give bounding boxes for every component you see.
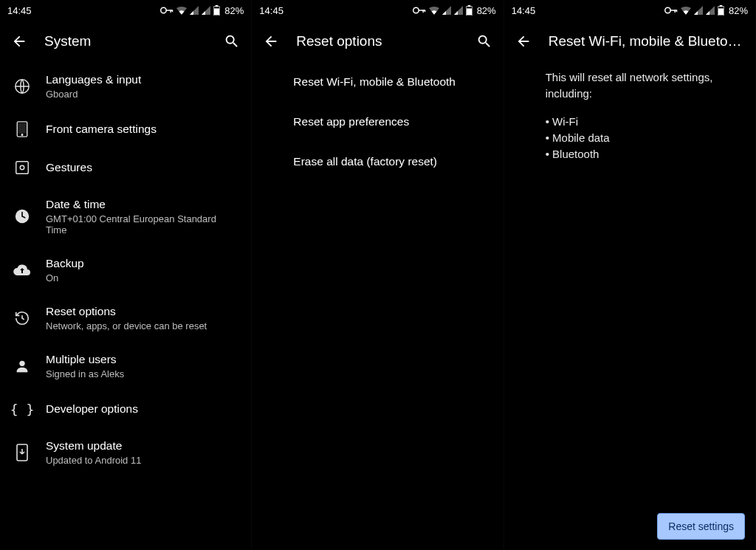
signal-1-icon: [442, 6, 451, 15]
row-title: Developer options: [46, 402, 238, 416]
search-icon[interactable]: [475, 32, 493, 50]
battery-icon: [466, 5, 472, 16]
page-title: Reset options: [296, 33, 458, 49]
search-icon[interactable]: [223, 32, 241, 50]
svg-rect-22: [467, 8, 472, 15]
svg-rect-3: [172, 10, 173, 12]
gestures-icon: [13, 159, 31, 176]
restore-icon: [13, 309, 31, 327]
globe-icon: [13, 78, 31, 95]
row-title: Languages & input: [46, 72, 238, 87]
battery-percent: 82%: [729, 5, 748, 16]
page-title: Reset Wi-Fi, mobile & Blueto…: [549, 33, 745, 49]
app-bar: System: [0, 21, 251, 62]
wifi-icon: [681, 6, 691, 15]
row-backup[interactable]: Backup On: [0, 246, 251, 294]
person-icon: [13, 357, 31, 375]
battery-icon: [718, 5, 724, 16]
row-reset-network[interactable]: Reset Wi-Fi, mobile & Bluetooth: [252, 62, 503, 102]
vpn-key-icon: [413, 7, 426, 14]
row-multiple-users[interactable]: Multiple users Signed in as Aleks: [0, 342, 251, 390]
row-sub: Updated to Android 11: [46, 455, 238, 466]
status-bar: 14:45 82%: [0, 0, 251, 21]
row-system-update[interactable]: System update Updated to Android 11: [0, 428, 251, 476]
signal-1-icon: [694, 6, 703, 15]
reset-description: This will reset all network settings, in…: [504, 62, 755, 162]
row-title: Reset options: [46, 304, 238, 319]
app-bar: Reset Wi-Fi, mobile & Blueto…: [504, 21, 755, 62]
clock-icon: [13, 207, 31, 225]
bullet-wifi: Wi-Fi: [546, 114, 742, 130]
vpn-key-icon: [160, 7, 173, 14]
reset-settings-button[interactable]: Reset settings: [657, 513, 745, 540]
bullet-bluetooth: Bluetooth: [546, 146, 742, 162]
row-developer-options[interactable]: { } Developer options: [0, 390, 251, 428]
svg-rect-26: [676, 10, 678, 12]
back-icon[interactable]: [10, 32, 28, 50]
status-indicators: 82%: [413, 5, 496, 16]
signal-1-icon: [190, 6, 199, 15]
svg-rect-18: [422, 10, 424, 13]
status-time: 14:45: [512, 5, 536, 16]
svg-rect-2: [171, 10, 172, 13]
row-title: Gestures: [46, 160, 238, 175]
back-icon[interactable]: [262, 32, 280, 50]
screen-reset-network: 14:45 82% Reset Wi-Fi, mobile & Blueto… …: [504, 0, 756, 550]
svg-rect-1: [166, 10, 173, 11]
svg-rect-25: [674, 10, 676, 13]
battery-percent: 82%: [477, 5, 496, 16]
row-gestures[interactable]: Gestures: [0, 148, 251, 187]
status-bar: 14:45 82%: [504, 0, 755, 21]
svg-point-23: [665, 7, 671, 13]
svg-point-10: [21, 134, 23, 136]
wifi-icon: [429, 6, 439, 15]
signal-2-icon: [454, 6, 463, 15]
vpn-key-icon: [664, 7, 678, 14]
app-bar: Reset options: [252, 21, 503, 62]
svg-rect-19: [424, 10, 425, 12]
row-sub: On: [46, 272, 238, 283]
row-reset-options[interactable]: Reset options Network, apps, or device c…: [0, 294, 251, 342]
svg-rect-24: [670, 10, 676, 11]
svg-rect-29: [718, 8, 724, 15]
battery-icon: [213, 5, 220, 16]
row-front-camera[interactable]: Front camera settings: [0, 110, 251, 148]
screen-reset-options: 14:45 82% Reset options Reset Wi-Fi, mob…: [252, 0, 504, 550]
bullet-mobile-data: Mobile data: [546, 130, 742, 146]
battery-percent: 82%: [224, 5, 244, 16]
page-title: System: [44, 33, 207, 49]
reset-options-list: Reset Wi-Fi, mobile & Bluetooth Reset ap…: [252, 62, 503, 550]
svg-point-16: [413, 7, 419, 13]
row-sub: Signed in as Aleks: [46, 368, 238, 379]
braces-icon: { }: [13, 400, 31, 418]
wifi-icon: [176, 6, 187, 15]
row-date-time[interactable]: Date & time GMT+01:00 Central European S…: [0, 187, 251, 246]
cloud-upload-icon: [13, 261, 31, 279]
svg-rect-9: [18, 123, 26, 133]
row-title: Date & time: [46, 197, 238, 212]
screen-system: 14:45 82% System: [0, 0, 252, 550]
row-reset-app-prefs[interactable]: Reset app preferences: [252, 102, 503, 142]
back-icon[interactable]: [515, 32, 532, 50]
row-sub: GMT+01:00 Central European Standard Time: [46, 213, 238, 236]
row-title: Backup: [46, 256, 238, 271]
row-title: System update: [46, 439, 238, 453]
row-sub: Gboard: [46, 89, 238, 100]
row-languages-input[interactable]: Languages & input Gboard: [0, 62, 251, 110]
status-bar: 14:45 82%: [252, 0, 503, 21]
svg-rect-6: [214, 8, 219, 15]
svg-point-14: [19, 360, 24, 365]
settings-list: Languages & input Gboard Front camera se…: [0, 62, 251, 550]
row-factory-reset[interactable]: Erase all data (factory reset): [252, 142, 503, 182]
signal-2-icon: [706, 6, 715, 15]
phone-front-icon: [13, 120, 31, 138]
row-title: Front camera settings: [46, 122, 238, 137]
svg-rect-11: [16, 162, 29, 174]
svg-rect-17: [418, 10, 425, 11]
status-time: 14:45: [7, 5, 32, 16]
status-time: 14:45: [259, 5, 284, 16]
svg-point-0: [161, 7, 167, 13]
reset-intro: This will reset all network settings, in…: [546, 69, 742, 102]
status-indicators: 82%: [160, 5, 244, 16]
status-indicators: 82%: [664, 5, 748, 16]
